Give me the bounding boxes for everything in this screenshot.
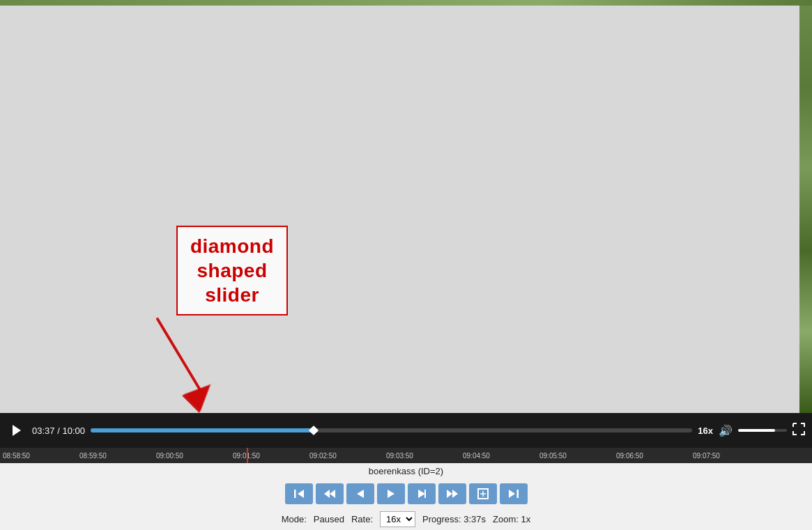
rate-label: Rate: <box>351 514 373 524</box>
progress-thumb <box>309 426 319 435</box>
svg-line-0 <box>158 319 199 389</box>
timeline-marker <box>247 448 248 463</box>
mode-value: Paused <box>314 514 344 524</box>
step-back-button[interactable] <box>346 483 374 504</box>
fast-forward-button[interactable] <box>438 483 466 504</box>
svg-line-1 <box>158 320 200 390</box>
svg-marker-4 <box>13 425 21 436</box>
video-area: diamond shaped slider <box>0 6 812 413</box>
camera-label: boerenkass (ID=2) <box>0 463 812 479</box>
svg-marker-7 <box>324 490 330 498</box>
volume-icon[interactable]: 🔊 <box>719 424 733 437</box>
annotation-rect: diamond shaped slider <box>176 226 288 315</box>
tick-5: 09:03:50 <box>386 452 413 460</box>
timeline[interactable]: 08:58:50 08:59:50 09:00:50 09:01:50 09:0… <box>0 448 812 463</box>
tick-9: 09:07:50 <box>693 452 720 460</box>
svg-marker-6 <box>298 490 304 498</box>
tick-1: 08:59:50 <box>79 452 107 460</box>
skip-to-start-button[interactable] <box>285 483 313 504</box>
speed-display: 16x <box>698 426 713 436</box>
top-image-strip <box>0 0 812 6</box>
svg-marker-3 <box>183 384 211 412</box>
zoom-display: Zoom: 1x <box>493 514 530 524</box>
annotation-text: diamond shaped slider <box>190 234 274 307</box>
play-button[interactable] <box>7 421 26 440</box>
svg-rect-5 <box>294 490 296 498</box>
rate-select[interactable]: 1x 2x 4x 8x 16x 32x <box>380 511 415 527</box>
svg-marker-10 <box>388 490 394 498</box>
svg-marker-9 <box>357 490 364 498</box>
tick-8: 09:06:50 <box>616 452 643 460</box>
volume-fill <box>738 429 775 432</box>
timeline-inner: 08:58:50 08:59:50 09:00:50 09:01:50 09:0… <box>3 448 809 463</box>
mode-label: Mode: <box>282 514 307 524</box>
controls-bar: 03:37 / 10:00 16x 🔊 <box>0 413 812 448</box>
progress-bar[interactable] <box>91 428 692 432</box>
rewind-button[interactable] <box>316 483 344 504</box>
time-display: 03:37 / 10:00 <box>32 426 85 436</box>
fullscreen-button[interactable] <box>792 423 805 438</box>
svg-marker-8 <box>330 490 335 498</box>
tick-7: 09:05:50 <box>539 452 567 460</box>
svg-marker-13 <box>447 490 452 498</box>
svg-marker-11 <box>418 490 425 498</box>
transport-controls <box>0 479 812 508</box>
export-button[interactable] <box>469 483 497 504</box>
tick-6: 09:04:50 <box>463 452 490 460</box>
svg-marker-14 <box>452 490 458 498</box>
svg-marker-19 <box>509 490 515 498</box>
tick-2: 09:00:50 <box>156 452 183 460</box>
progress-display: Progress: 3:37s <box>422 514 486 524</box>
progress-fill <box>91 428 314 432</box>
annotation-box: diamond shaped slider <box>144 214 321 327</box>
step-forward-button[interactable] <box>377 483 405 504</box>
volume-bar[interactable] <box>738 429 787 432</box>
tick-4: 09:02:50 <box>309 452 337 460</box>
svg-marker-2 <box>182 385 210 413</box>
tick-0: 08:58:50 <box>3 452 30 460</box>
status-bar: Mode: Paused Rate: 1x 2x 4x 8x 16x 32x P… <box>0 508 812 530</box>
next-step-button[interactable] <box>408 483 436 504</box>
svg-rect-18 <box>516 490 519 498</box>
right-image-strip <box>799 6 812 413</box>
skip-to-end-button[interactable] <box>500 483 528 504</box>
